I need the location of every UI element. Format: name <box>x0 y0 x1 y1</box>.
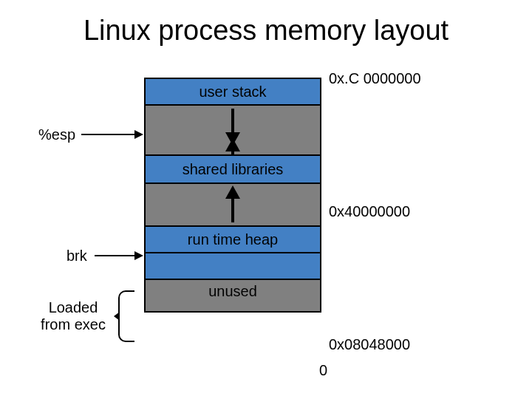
arrow-right-icon <box>134 130 143 139</box>
segment-loaded-from-exec <box>144 252 321 279</box>
brk-label: brk <box>66 248 87 265</box>
address-exec: 0x08048000 <box>329 336 410 353</box>
arrow-up-icon <box>231 150 234 156</box>
memory-diagram: user stack shared libraries run time hea… <box>144 78 321 313</box>
segment-heap-growth-gap <box>144 183 321 225</box>
arrow-right-icon <box>134 251 143 260</box>
segment-shared-libraries: shared libraries <box>144 156 321 183</box>
address-top: 0x.C 0000000 <box>329 70 421 87</box>
esp-label: %esp <box>38 126 75 143</box>
segment-user-stack: user stack <box>144 78 321 104</box>
segment-label: user stack <box>199 83 266 100</box>
segment-unused: unused <box>144 279 321 313</box>
arrow-down-icon <box>231 109 234 134</box>
segment-runtime-heap: run time heap <box>144 225 321 252</box>
brk-arrow <box>95 255 134 256</box>
address-shared: 0x40000000 <box>329 203 410 220</box>
brace-icon <box>118 290 134 342</box>
loaded-from-exec-label: Loaded from exec <box>33 299 114 333</box>
segment-label: unused <box>208 283 257 300</box>
page-title: Linux process memory layout <box>0 15 532 47</box>
address-zero: 0 <box>319 362 327 379</box>
segment-label: run time heap <box>188 231 278 248</box>
arrow-up-icon <box>231 197 234 222</box>
esp-arrow <box>81 134 134 135</box>
segment-label: shared libraries <box>183 161 284 178</box>
